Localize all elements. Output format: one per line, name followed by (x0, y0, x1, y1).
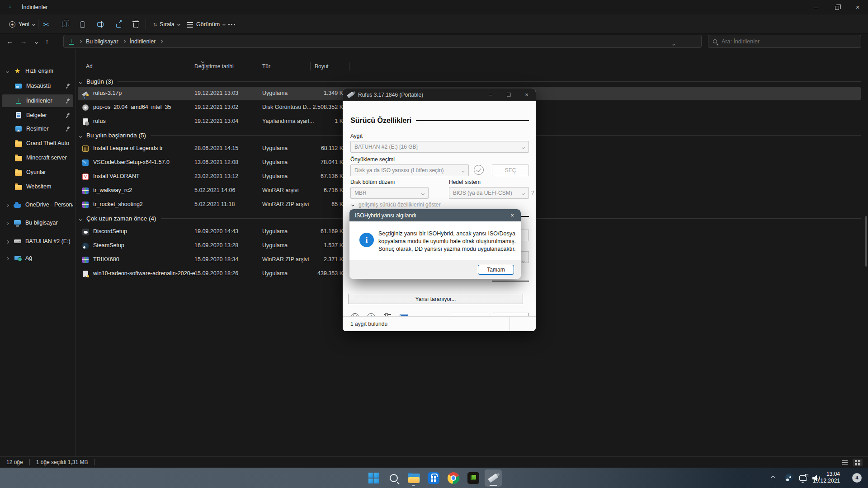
target-system-label: Hedef sistem (449, 179, 481, 185)
sidebar-item-downloads[interactable]: İndirilenler (2, 94, 73, 107)
info-icon (359, 233, 374, 247)
tlauncher-icon (467, 472, 479, 484)
rufus-statusbar: 1 aygıt bulundu (343, 316, 536, 331)
boot-selection-dropdown[interactable]: Disk ya da ISO yansısı (Lütfen seçin) (350, 164, 469, 176)
search-input[interactable] (721, 38, 856, 45)
sidebar-item-desktop[interactable]: Masaüstü (2, 80, 73, 92)
column-name[interactable]: Ad (86, 63, 93, 70)
device-dropdown[interactable]: BATUHAN #2 (E:) [16 GB] (350, 141, 529, 153)
boot-selection-label: Önyükleme seçimi (350, 156, 395, 163)
details-view-button[interactable] (840, 459, 850, 466)
sidebar-item-gta[interactable]: Grand Theft Auto (2, 137, 73, 150)
computer-icon (14, 219, 21, 227)
select-button[interactable]: SEÇ (492, 164, 529, 176)
chevron-down-icon (351, 203, 354, 206)
view-lines-icon (187, 22, 193, 23)
column-type[interactable]: Tür (262, 63, 270, 70)
forward-button[interactable]: → (17, 35, 30, 48)
sidebar-item-quick-access[interactable]: Hızlı erişim (2, 65, 73, 77)
chevron-down-icon (522, 144, 524, 150)
pictures-icon (14, 125, 22, 133)
plus-icon: + (9, 21, 15, 28)
target-system-dropdown[interactable]: BIOS (ya da UEFI-CSM) (449, 187, 529, 199)
share-icon[interactable] (113, 19, 124, 30)
start-button[interactable] (365, 469, 382, 487)
scrollbar-thumb[interactable] (865, 216, 867, 267)
sidebar-item-documents[interactable]: Belgeler (2, 109, 73, 122)
view-button[interactable]: Görünüm (183, 17, 229, 31)
address-dropdown-chevron[interactable] (673, 40, 675, 47)
advanced-properties-toggle[interactable]: gelişmiş sürücü özelliklerini göster (352, 202, 440, 208)
new-button[interactable]: + Yeni (5, 17, 38, 31)
navigation-pane: Hızlı erişim Masaüstü İndirilenler Belge… (0, 49, 76, 456)
group-header-today[interactable]: Bugün (3) (78, 76, 861, 87)
chevron-down-icon (422, 190, 424, 196)
search-box[interactable] (708, 35, 861, 48)
folder-icon (14, 154, 22, 162)
partition-scheme-dropdown[interactable]: MBR (350, 187, 429, 199)
onedrive-cloud-icon (14, 201, 21, 209)
pin-icon (66, 84, 71, 89)
copy-icon[interactable] (59, 19, 70, 30)
notification-badge[interactable]: 4 (852, 473, 862, 483)
up-button[interactable]: ↑ (41, 35, 53, 48)
column-date[interactable]: Değiştirme tarihi (194, 63, 234, 70)
running-indicator (412, 485, 415, 486)
folder-icon (14, 169, 22, 176)
sidebar-item-minecraft-server[interactable]: Minecraft server (2, 151, 73, 164)
microsoft-store-icon (428, 472, 439, 484)
sidebar-item-websitem[interactable]: Websitem (2, 180, 73, 193)
column-size[interactable]: Boyut (315, 63, 329, 70)
breadcrumb-downloads[interactable]: İndirilenler (130, 38, 156, 45)
rufus-maximize-button (500, 89, 518, 101)
tray-network-icon[interactable] (799, 468, 807, 488)
rename-icon[interactable] (95, 19, 106, 30)
active-indicator (490, 485, 497, 486)
lol-installer-icon (81, 145, 90, 153)
settings-file-icon (81, 117, 90, 126)
check-circle-icon[interactable] (474, 165, 484, 175)
status-heading-line-fragment (492, 281, 529, 282)
chevron-down-icon (177, 23, 180, 26)
ok-button[interactable]: Tamam (478, 265, 514, 275)
back-button[interactable]: ← (4, 35, 16, 48)
restore-button[interactable] (826, 0, 847, 14)
paste-icon[interactable] (77, 19, 88, 30)
close-button[interactable]: × (847, 0, 868, 14)
sidebar-item-oyunlar[interactable]: Oyunlar (2, 166, 73, 178)
dialog-close-button[interactable]: × (504, 209, 521, 221)
sidebar-item-network[interactable]: Ağ (2, 252, 73, 264)
more-button[interactable] (226, 19, 237, 30)
desktop-icon (14, 82, 22, 90)
taskbar-chrome-button[interactable] (445, 469, 462, 487)
breadcrumb[interactable]: Bu bilgisayar İndirilenler (63, 35, 702, 48)
desktop: İndirilenler – × + Yeni ↑↓ Sırala Görünü… (0, 0, 868, 488)
help-icon[interactable]: ? (531, 190, 534, 196)
taskbar-rufus-button[interactable] (485, 469, 502, 487)
icons-view-button[interactable] (853, 459, 863, 466)
sidebar-item-this-pc[interactable]: Bu bilgisayar (2, 216, 73, 229)
rufus-minimize-button[interactable]: – (481, 89, 500, 101)
sidebar-item-pictures[interactable]: Resimler (2, 122, 73, 135)
taskbar-clock[interactable]: 13:04 19.12.2021 (813, 471, 840, 484)
sort-button[interactable]: ↑↓ Sırala (149, 17, 184, 31)
delete-icon[interactable] (130, 19, 141, 30)
tray-chevron-button[interactable] (771, 468, 774, 488)
taskbar-explorer-button[interactable] (405, 469, 422, 487)
dialog-footer: Tamam (349, 260, 521, 279)
sidebar-item-usb-drive[interactable]: BATUHAN #2 (E:) (2, 235, 73, 248)
minimize-button[interactable]: – (806, 0, 826, 14)
sidebar-item-onedrive[interactable]: OneDrive - Persona (2, 198, 73, 211)
taskbar-store-button[interactable] (425, 469, 442, 487)
network-icon (14, 254, 21, 262)
cut-icon[interactable] (41, 19, 52, 30)
explorer-commandbar: + Yeni ↑↓ Sırala Görünüm (0, 14, 868, 34)
pin-icon (66, 99, 71, 103)
breadcrumb-this-pc[interactable]: Bu bilgisayar (86, 38, 118, 45)
tray-steam-icon[interactable] (785, 468, 794, 488)
window-title: İndirilenler (22, 4, 48, 10)
selection-info: 1 öğe seçildi 1,31 MB (36, 459, 88, 465)
taskbar-search-button[interactable] (385, 469, 402, 487)
taskbar-tlauncher-button[interactable] (465, 469, 482, 487)
rufus-close-button[interactable]: × (518, 89, 536, 101)
